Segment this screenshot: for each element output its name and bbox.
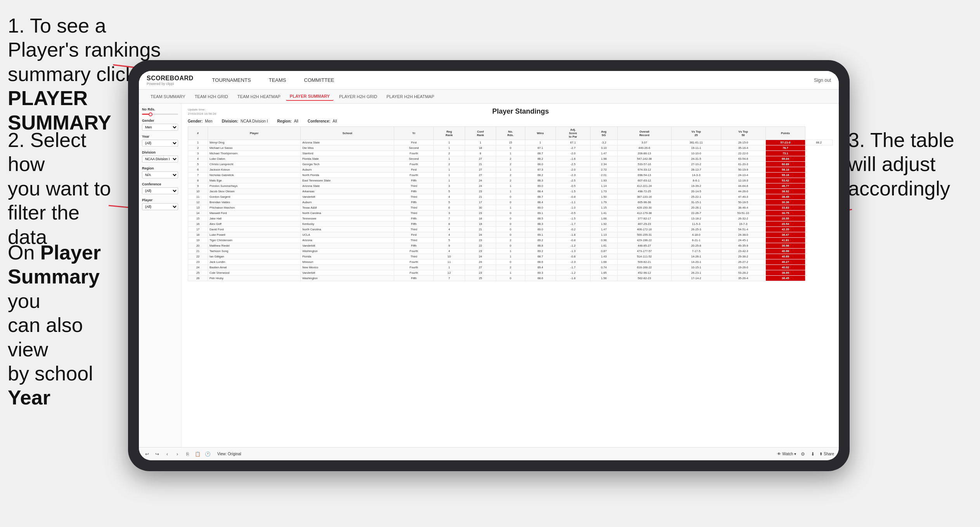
conference-select[interactable]: (All) bbox=[142, 187, 178, 194]
table-row: 8Mats EgeEast Tennessee StateFifth124268… bbox=[188, 178, 833, 183]
settings-icon[interactable]: ⚙ bbox=[799, 451, 806, 458]
table-row: 17David FordNorth CarolinaThird421069.0-… bbox=[188, 227, 833, 232]
clock-icon[interactable]: 🕐 bbox=[204, 451, 211, 458]
sidebar-no-rds: No Rds. bbox=[142, 107, 178, 115]
view-label[interactable]: View: Original bbox=[217, 452, 241, 456]
sidebar-filters: No Rds. Gender Men Year bbox=[139, 104, 182, 447]
tab-player-summary[interactable]: PLAYER SUMMARY bbox=[286, 92, 334, 101]
table-row: 15Jake HallTennesseeFifth718068.5-1.51.6… bbox=[188, 216, 833, 221]
table-row: 6Jackson KoivunAuburnFirst127167.3-2.02.… bbox=[188, 167, 833, 173]
table-header-info: Update time: 27/03/2024 16:56:26 Player … bbox=[188, 107, 833, 116]
download-icon[interactable]: ⬇ bbox=[809, 451, 816, 458]
table-body: 1Wenyi DingArizona StateFirst1115167.1-3… bbox=[188, 140, 833, 281]
table-row: 7Nicholas GabrelcikNorth FloridaFourth12… bbox=[188, 173, 833, 178]
year-select[interactable]: (All) bbox=[142, 140, 178, 147]
sidebar-year: Year (All) bbox=[142, 135, 178, 147]
tab-player-h2h-grid[interactable]: PLAYER H2H GRID bbox=[335, 93, 381, 100]
tab-player-h2h-heatmap[interactable]: PLAYER H2H HEATMAP bbox=[383, 93, 438, 100]
annotation-bottom: On PlayerSummary youcan also viewby scho… bbox=[8, 240, 124, 410]
nav-teams[interactable]: TEAMS bbox=[266, 76, 289, 85]
sub-nav: TEAM SUMMARY TEAM H2H GRID TEAM H2H HEAT… bbox=[139, 90, 839, 104]
filter-conference: Conference: All bbox=[308, 119, 337, 123]
tab-team-h2h-grid[interactable]: TEAM H2H GRID bbox=[191, 93, 232, 100]
col-school: School bbox=[301, 127, 394, 140]
redo-icon[interactable]: ↪ bbox=[154, 451, 161, 458]
table-row: 2Michael Le SassoOle MissSecond118067.1-… bbox=[188, 145, 833, 151]
nav-tournaments[interactable]: TOURNAMENTS bbox=[209, 76, 254, 85]
table-row: 18Luke PowellUCLAFirst424069.1-1.81.1350… bbox=[188, 232, 833, 238]
share-button[interactable]: ⬆ Share bbox=[819, 452, 834, 456]
gender-label: Gender bbox=[142, 119, 178, 123]
table-row: 10Jacob Skov OlesenArkansasFifth523168.4… bbox=[188, 189, 833, 194]
region-label: Region bbox=[142, 166, 178, 170]
col-rank: # bbox=[188, 127, 208, 140]
annotation-step2: 2. Select how you want to filter the dat… bbox=[8, 128, 124, 249]
main-content: No Rds. Gender Men Year bbox=[139, 104, 839, 447]
table-row: 3Michael ThorbjornsenStanfordFourth28168… bbox=[188, 151, 833, 156]
col-points: Points bbox=[765, 127, 805, 140]
sidebar-conference: Conference (All) bbox=[142, 182, 178, 194]
col-yr: Yr bbox=[394, 127, 434, 140]
table-row: 19Tiger ChristensenArizonaThird523269.2-… bbox=[188, 238, 833, 243]
table-row: 16Alex GoffKentuckyFifth819068.3-1.71.92… bbox=[188, 221, 833, 227]
sidebar-gender: Gender Men bbox=[142, 119, 178, 131]
update-time: Update time: 27/03/2024 16:56:26 bbox=[188, 107, 216, 116]
undo-icon[interactable]: ↩ bbox=[144, 451, 151, 458]
col-no-rds: No.Rds. bbox=[496, 127, 525, 140]
division-select[interactable]: NCAA Division I bbox=[142, 156, 178, 162]
table-row: 21Taehoon SongWashingtonFourth423169.2-1… bbox=[188, 249, 833, 254]
watch-button[interactable]: 👁 Watch ▾ bbox=[777, 452, 796, 456]
col-overall-record: OverallRecord bbox=[617, 127, 672, 140]
table-row: 5Christo LamprechtGeorgia TechFourth2212… bbox=[188, 162, 833, 167]
col-player: Player bbox=[208, 127, 301, 140]
sidebar-division: Division NCAA Division I bbox=[142, 150, 178, 162]
col-wins: Wins bbox=[525, 127, 556, 140]
prev-icon[interactable]: ‹ bbox=[164, 451, 171, 458]
tablet-screen: SCOREBOARD Powered by clippi TOURNAMENTS… bbox=[139, 71, 839, 460]
tab-team-h2h-heatmap[interactable]: TEAM H2H HEATMAP bbox=[234, 93, 284, 100]
player-standings-table: # Player School Yr RegRank ConfRank No.R… bbox=[188, 126, 833, 281]
sidebar-region: Region N/A bbox=[142, 166, 178, 178]
table-row: 25Cole SherwoodVanderbiltFourth1223169.3… bbox=[188, 270, 833, 276]
nav-committee[interactable]: COMMITTEE bbox=[301, 76, 338, 85]
col-vs-top50: Vs Top50 bbox=[721, 127, 765, 140]
table-row: 26Petr HrubyWashingtonFifth725068.6-1.81… bbox=[188, 276, 833, 281]
scoreboard-logo: SCOREBOARD Powered by clippi bbox=[147, 75, 194, 86]
col-conf-rank: ConfRank bbox=[465, 127, 496, 140]
table-title: Player Standings bbox=[224, 107, 817, 116]
region-select[interactable]: N/A bbox=[142, 171, 178, 178]
table-row: 1Wenyi DingArizona StateFirst1115167.1-3… bbox=[188, 140, 833, 145]
no-rds-slider[interactable] bbox=[142, 114, 178, 115]
next-icon[interactable]: › bbox=[174, 451, 181, 458]
filter-gender: Gender: Men bbox=[188, 119, 213, 123]
table-row: 22Ian GilliganFloridaThird1024168.7-0.81… bbox=[188, 254, 833, 259]
copy-icon[interactable]: ⎘ bbox=[184, 451, 191, 458]
gender-select[interactable]: Men bbox=[142, 124, 178, 131]
no-rds-label: No Rds. bbox=[142, 107, 178, 111]
col-adj-score: Adj.Scoreto Par bbox=[556, 127, 590, 140]
app-header: SCOREBOARD Powered by clippi TOURNAMENTS… bbox=[139, 71, 839, 90]
bottom-toolbar: ↩ ↪ ‹ › ⎘ 📋 🕐 View: Original 👁 Watch ▾ ⚙… bbox=[139, 447, 839, 460]
table-row: 24Bastien AmatNew MexicoFourth127269.4-1… bbox=[188, 265, 833, 270]
table-row: 23Jack LundinMissouriFourth1124068.6-2.3… bbox=[188, 259, 833, 265]
tablet-device: SCOREBOARD Powered by clippi TOURNAMENTS… bbox=[128, 60, 850, 471]
table-row: 9Preston SummerhaysArizona StateThird324… bbox=[188, 183, 833, 189]
annotation-step3: 3. The table will adjust accordingly bbox=[848, 128, 972, 200]
table-row: 11Gordon SargentVanderbiltThird421068.7-… bbox=[188, 194, 833, 200]
table-row: 12Brendan ValdesAuburnFifth517068.4-1.11… bbox=[188, 200, 833, 205]
sidebar-player: Player (All) bbox=[142, 198, 178, 210]
table-row: 14Maxwell FordNorth CarolinaThird323069.… bbox=[188, 211, 833, 216]
player-select[interactable]: (All) bbox=[142, 203, 178, 210]
sign-out-button[interactable]: Sign out bbox=[814, 78, 831, 83]
col-vs-top25: Vs Top25 bbox=[672, 127, 721, 140]
filter-division: Division: NCAA Division I bbox=[222, 119, 268, 123]
tab-team-summary[interactable]: TEAM SUMMARY bbox=[147, 93, 189, 100]
table-row: 20Matthew RiedelVanderbiltFifth922068.8-… bbox=[188, 243, 833, 249]
paste-icon[interactable]: 📋 bbox=[194, 451, 201, 458]
filter-region: Region: All bbox=[277, 119, 298, 123]
table-area: Update time: 27/03/2024 16:56:26 Player … bbox=[182, 104, 839, 447]
player-label: Player bbox=[142, 198, 178, 202]
filters-row: Gender: Men Division: NCAA Division I Re… bbox=[188, 119, 833, 123]
table-header: # Player School Yr RegRank ConfRank No.R… bbox=[188, 127, 833, 140]
col-avg-sg: AvgSG bbox=[590, 127, 617, 140]
